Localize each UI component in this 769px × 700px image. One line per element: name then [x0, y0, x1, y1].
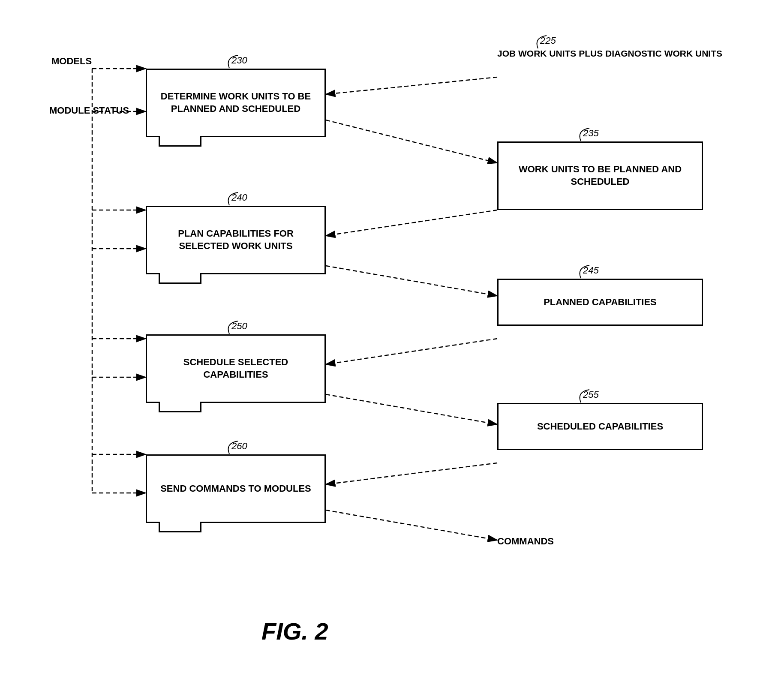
commands-label: COMMANDS — [497, 536, 554, 547]
process-box-260: SEND COMMANDS TO MODULES — [146, 454, 326, 523]
svg-line-16 — [326, 394, 497, 424]
models-label: MODELS — [51, 56, 92, 67]
process-box-260-tab — [159, 522, 201, 532]
process-box-230: DETERMINE WORK UNITS TO BE PLANNED AND S… — [146, 69, 326, 137]
ref235-curve — [568, 126, 594, 143]
figure-caption: FIG. 2 — [261, 617, 328, 645]
process-box-240: PLAN CAPABILITIES FOR SELECTED WORK UNIT… — [146, 206, 326, 274]
process-box-250: SCHEDULE SELECTED CAPABILITIES — [146, 334, 326, 403]
svg-line-14 — [326, 266, 497, 296]
ref255-curve — [568, 388, 594, 405]
ref250-curve — [216, 319, 242, 336]
ref245-curve — [568, 263, 594, 280]
svg-line-15 — [326, 339, 497, 364]
ref240-curve — [216, 190, 242, 207]
module-status-label: MODULE STATUS — [49, 105, 129, 116]
svg-line-12 — [326, 120, 497, 163]
ref260-curve — [216, 439, 242, 456]
svg-line-18 — [326, 510, 497, 540]
process-box-250-tab — [159, 402, 201, 412]
data-box-255: SCHEDULED CAPABILITIES — [497, 403, 703, 450]
diagram-container: MODELS MODULE STATUS JOB WORK UNITS PLUS… — [26, 26, 733, 626]
ref230-curve — [216, 53, 242, 70]
process-box-230-tab — [159, 136, 201, 147]
process-box-240-tab — [159, 273, 201, 284]
svg-line-17 — [326, 463, 497, 484]
data-box-245: PLANNED CAPABILITIES — [497, 279, 703, 326]
svg-line-11 — [326, 77, 497, 94]
svg-line-13 — [326, 210, 497, 236]
arrows-svg — [26, 26, 733, 626]
data-box-235: WORK UNITS TO BE PLANNED AND SCHEDULED — [497, 141, 703, 210]
ref225-curve — [525, 33, 551, 51]
